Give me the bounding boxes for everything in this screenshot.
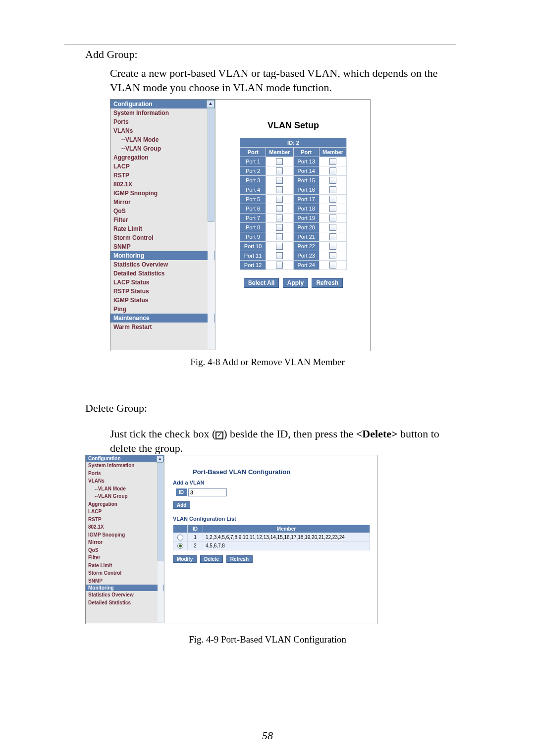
sidebar-item-lacp[interactable]: LACP [86, 508, 164, 516]
scroll-up-icon[interactable]: ▲ [207, 100, 214, 108]
sidebar-item-vlan-mode[interactable]: --VLAN Mode [110, 135, 215, 144]
member-checkbox[interactable] [329, 233, 336, 240]
horizontal-rule [64, 45, 456, 45]
sidebar-item-snmp[interactable]: SNMP [110, 242, 215, 251]
member-checkbox[interactable] [276, 177, 283, 184]
sidebar-item-statistics-overview[interactable]: Statistics Overview [110, 260, 215, 269]
sidebar-item-detailed-statistics[interactable]: Detailed Statistics [110, 269, 215, 278]
member-checkbox[interactable] [329, 205, 336, 212]
sidebar-item-aggregation[interactable]: Aggregation [86, 500, 164, 508]
sidebar-item-filter[interactable]: Filter [86, 554, 164, 562]
sidebar-item-ports[interactable]: Ports [110, 117, 215, 126]
checked-box-icon: ✓ [215, 432, 223, 439]
sidebar-item-system-information[interactable]: System Information [86, 462, 164, 470]
col-select [173, 525, 188, 533]
table-row: Port 9Port 21 [240, 232, 346, 242]
vlan-config-table: ID Member 1 1,2,3,4,5,6,7,8,9,10,11,12,1… [173, 525, 370, 550]
row-select-radio[interactable] [177, 535, 183, 540]
member-checkbox[interactable] [276, 158, 283, 165]
col-member: Member [203, 525, 370, 533]
sidebar-item-rstp[interactable]: RSTP [86, 516, 164, 524]
table-row: Port 8Port 20 [240, 223, 346, 232]
sidebar-item-system-information[interactable]: System Information [110, 108, 215, 117]
sidebar-header-maintenance: Maintenance [110, 314, 215, 323]
sidebar-scroll-thumb[interactable] [158, 462, 163, 561]
member-checkbox[interactable] [276, 224, 283, 231]
sidebar-item-rate-limit[interactable]: Rate Limit [86, 562, 164, 570]
refresh-button[interactable]: Refresh [226, 555, 253, 563]
sidebar-item-snmp[interactable]: SNMP [86, 577, 164, 585]
table-row: Port 5Port 17 [240, 195, 346, 204]
sidebar-item-8021x[interactable]: 802.1X [110, 180, 215, 189]
sidebar-item-rate-limit[interactable]: Rate Limit [110, 224, 215, 233]
vlan-id-input[interactable] [188, 488, 227, 496]
member-checkbox[interactable] [329, 196, 336, 203]
sidebar-item-detailed-statistics[interactable]: Detailed Statistics [86, 599, 164, 607]
table-row: Port 4Port 16 [240, 185, 346, 195]
sidebar-item-statistics-overview[interactable]: Statistics Overview [86, 591, 164, 599]
member-checkbox[interactable] [329, 167, 336, 174]
sidebar-item-vlans[interactable]: VLANs [110, 126, 215, 135]
sidebar-item-igmp-snooping[interactable]: IGMP Snooping [110, 189, 215, 198]
col-member-right: Member [319, 148, 346, 157]
member-checkbox[interactable] [276, 252, 283, 259]
col-id: ID [188, 525, 203, 533]
refresh-button[interactable]: Refresh [312, 278, 343, 288]
sidebar-item-qos[interactable]: QoS [110, 207, 215, 216]
add-button[interactable]: Add [173, 501, 190, 509]
sidebar-item-8021x[interactable]: 802.1X [86, 523, 164, 531]
figure-caption-4-9: Fig. 4-9 Port-Based VLAN Configuration [0, 633, 535, 646]
member-checkbox[interactable] [329, 158, 336, 165]
member-checkbox[interactable] [276, 186, 283, 193]
delete-button[interactable]: Delete [200, 555, 223, 563]
sidebar-item-igmp-snooping[interactable]: IGMP Snooping [86, 531, 164, 539]
member-checkbox[interactable] [276, 262, 283, 269]
sidebar-item-warm-restart[interactable]: Warm Restart [110, 323, 215, 331]
sidebar-item-vlan-group[interactable]: --VLAN Group [86, 492, 164, 500]
member-checkbox[interactable] [276, 233, 283, 240]
sidebar-item-mirror[interactable]: Mirror [110, 198, 215, 207]
member-checkbox[interactable] [329, 252, 336, 259]
member-checkbox[interactable] [329, 262, 336, 269]
sidebar-item-qos[interactable]: QoS [86, 546, 164, 554]
col-port-left: Port [240, 148, 266, 157]
sidebar-item-filter[interactable]: Filter [110, 216, 215, 224]
scroll-up-icon[interactable]: ▲ [157, 456, 163, 463]
member-checkbox[interactable] [329, 224, 336, 231]
sidebar-item-storm-control[interactable]: Storm Control [110, 233, 215, 242]
member-checkbox[interactable] [329, 215, 336, 221]
sidebar-scroll-thumb[interactable] [208, 108, 214, 222]
member-checkbox[interactable] [276, 215, 283, 221]
member-checkbox[interactable] [329, 177, 336, 184]
apply-button[interactable]: Apply [283, 278, 308, 288]
sidebar-item-aggregation[interactable]: Aggregation [110, 153, 215, 162]
member-checkbox[interactable] [329, 243, 336, 250]
sidebar-item-lacp-status[interactable]: LACP Status [110, 278, 215, 287]
sidebar-item-lacp[interactable]: LACP [110, 162, 215, 171]
sidebar-item-vlan-group[interactable]: --VLAN Group [110, 144, 215, 153]
modify-button[interactable]: Modify [173, 555, 197, 563]
sidebar-item-rstp-status[interactable]: RSTP Status [110, 287, 215, 296]
sidebar-item-ports[interactable]: Ports [86, 470, 164, 478]
sidebar-item-vlans[interactable]: VLANs [86, 477, 164, 485]
port-based-vlan-screenshot: ▲ Configuration System Information Ports… [85, 455, 377, 624]
sidebar-header-monitoring: Monitoring [86, 585, 164, 591]
sidebar-item-storm-control[interactable]: Storm Control [86, 569, 164, 577]
member-checkbox[interactable] [276, 167, 283, 174]
member-checkbox[interactable] [276, 196, 283, 203]
sidebar-item-ping[interactable]: Ping [110, 305, 215, 314]
row-member: 1,2,3,4,5,6,7,8,9,10,11,12,13,14,15,16,1… [203, 533, 370, 541]
add-group-heading: Add Group: [85, 47, 462, 62]
member-checkbox[interactable] [276, 205, 283, 212]
member-checkbox[interactable] [276, 243, 283, 250]
sidebar-item-mirror[interactable]: Mirror [86, 539, 164, 546]
sidebar-item-vlan-mode[interactable]: --VLAN Mode [86, 485, 164, 493]
select-all-button[interactable]: Select All [244, 278, 279, 288]
sidebar-header-configuration: Configuration [86, 455, 164, 462]
member-checkbox[interactable] [329, 186, 336, 193]
delete-group-heading: Delete Group: [85, 401, 462, 416]
sidebar-item-rstp[interactable]: RSTP [110, 171, 215, 180]
row-select-radio[interactable] [177, 543, 183, 549]
sidebar-item-igmp-status[interactable]: IGMP Status [110, 296, 215, 305]
table-row: Port 1Port 13 [240, 157, 346, 166]
